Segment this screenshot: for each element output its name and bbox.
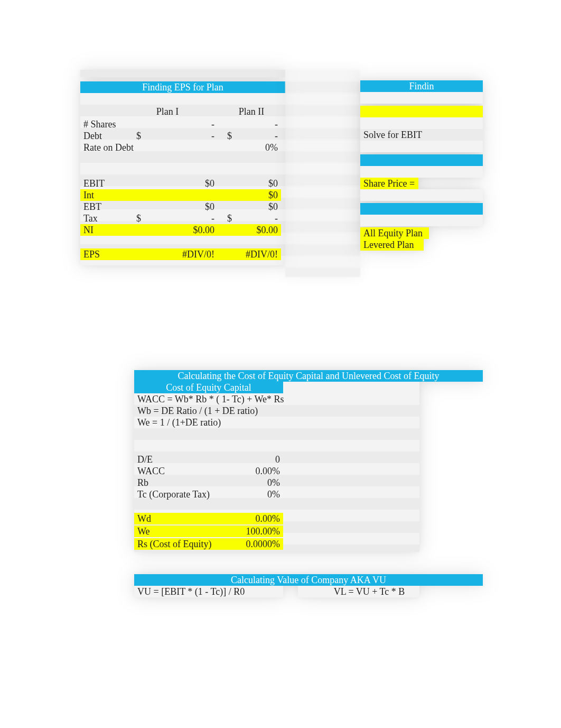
row-ebit-p1: $0 bbox=[133, 178, 218, 189]
col-plan1: Plan I bbox=[133, 106, 202, 117]
coe-tc-value: 0% bbox=[224, 489, 283, 500]
coe-tc-label: Tc (Corporate Tax) bbox=[134, 489, 224, 500]
coe-rs-label: Rs (Cost of Equity) bbox=[134, 538, 224, 550]
row-rate-p2: 0% bbox=[218, 142, 281, 153]
coe-wacc-label: WACC bbox=[134, 465, 224, 477]
coe-de-value: 0 bbox=[224, 454, 283, 465]
row-tax-sym1: $ bbox=[133, 213, 144, 224]
row-ebt-p2: $0 bbox=[218, 201, 281, 213]
row-shares-p1: - bbox=[133, 118, 218, 130]
row-int-label: Int bbox=[80, 189, 218, 201]
row-shares-label: # Shares bbox=[80, 118, 133, 130]
row-tax-sym2: $ bbox=[224, 213, 235, 224]
coe-de-label: D/E bbox=[134, 454, 224, 465]
coe-wacc-value: 0.00% bbox=[224, 465, 283, 477]
row-debt-p1: - bbox=[144, 130, 218, 142]
row-int-p2: $0 bbox=[218, 189, 281, 201]
row-tax-p2: - bbox=[235, 213, 281, 224]
middle-bg bbox=[285, 70, 360, 277]
coe-we-label: We bbox=[134, 526, 224, 537]
all-equity-label: All Equity Plan bbox=[360, 227, 429, 239]
coe-we-value: 100.00% bbox=[224, 526, 283, 537]
row-ebit-label: EBIT bbox=[80, 178, 133, 189]
row-rate-label: Rate on Debt bbox=[80, 142, 144, 153]
coe-formula2: Wb = DE Ratio / (1 + DE ratio) bbox=[134, 405, 293, 417]
side-blue-strip-2 bbox=[360, 203, 483, 215]
vu-title: Calculating Value of Company AKA VU bbox=[134, 574, 483, 586]
eps-title: Finding EPS for Plan bbox=[80, 81, 285, 93]
side-blue-strip-1 bbox=[360, 154, 483, 166]
side-yellow-strip bbox=[360, 106, 483, 117]
row-shares-p2: - bbox=[218, 118, 281, 130]
row-tax-label: Tax bbox=[80, 213, 133, 224]
row-debt-p2: - bbox=[235, 130, 281, 142]
side-title: Findin bbox=[360, 80, 483, 92]
coe-wd-value: 0.00% bbox=[224, 513, 283, 524]
row-ni-p2: $0.00 bbox=[218, 224, 281, 236]
row-ebit-p2: $0 bbox=[218, 178, 281, 189]
vu-right-formula: VL = VU + Tc * B bbox=[308, 586, 430, 597]
row-eps-p2: #DIV/0! bbox=[218, 248, 281, 260]
col-plan2: Plan II bbox=[218, 106, 285, 117]
row-ebt-label: EBT bbox=[80, 201, 133, 213]
share-price-label: Share Price = bbox=[360, 178, 418, 189]
row-ni-label: NI bbox=[80, 224, 133, 236]
coe-rb-value: 0% bbox=[224, 477, 283, 489]
row-eps-p1: #DIV/0! bbox=[133, 248, 218, 260]
coe-rb-label: Rb bbox=[134, 477, 224, 489]
row-debt-label: Debt bbox=[80, 130, 133, 142]
coe-subhead: Cost of Equity Capital bbox=[134, 382, 283, 393]
row-debt-sym2: $ bbox=[224, 130, 235, 142]
row-eps-label: EPS bbox=[80, 248, 133, 260]
coe-formula3: We = 1 / (1+DE ratio) bbox=[134, 417, 293, 428]
row-ebt-p1: $0 bbox=[133, 201, 218, 213]
solve-ebit-label: Solve for EBIT bbox=[360, 129, 483, 141]
coe-wd-label: Wd bbox=[134, 513, 224, 524]
vu-left-formula: VU = [EBIT * (1 - Tc)] / R0 bbox=[134, 586, 283, 597]
coe-rs-value: 0.0000% bbox=[224, 538, 283, 550]
row-ni-p1: $0.00 bbox=[133, 224, 218, 236]
levered-label: Levered Plan bbox=[360, 239, 424, 251]
coe-formula1: WACC = Wb* Rb * ( 1- Tc) + We* Rs bbox=[134, 393, 293, 405]
row-debt-sym1: $ bbox=[133, 130, 144, 142]
coe-title: Calculating the Cost of Equity Capital a… bbox=[134, 370, 483, 382]
row-tax-p1: - bbox=[144, 213, 218, 224]
